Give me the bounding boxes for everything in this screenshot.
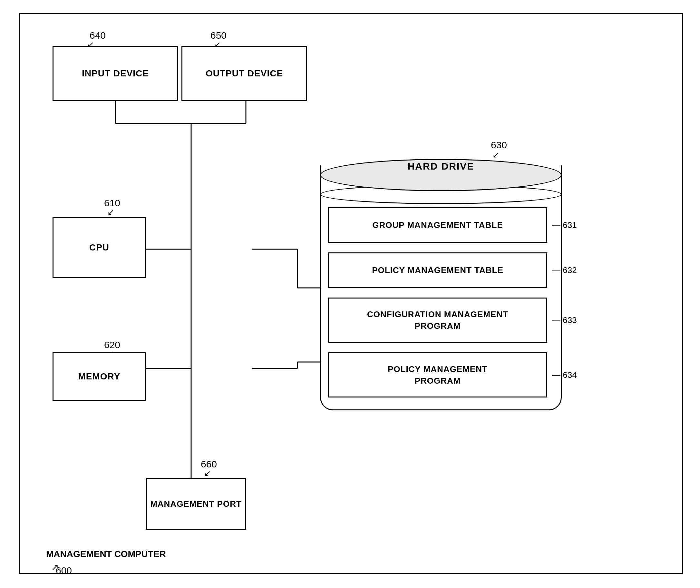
ref-631: — 631 <box>552 220 577 230</box>
diagram-container: 640 ↙ INPUT DEVICE 650 ↙ OUTPUT DEVICE 6… <box>19 13 683 574</box>
management-port-label: MANAGEMENT PORT <box>150 498 242 510</box>
config-management-program-box: CONFIGURATION MANAGEMENTPROGRAM <box>328 298 547 343</box>
output-device-label: OUTPUT DEVICE <box>206 68 283 79</box>
config-management-program-label: CONFIGURATION MANAGEMENTPROGRAM <box>367 309 508 332</box>
policy-management-table-label: POLICY MANAGEMENT TABLE <box>372 265 503 275</box>
ref-634: — 634 <box>552 370 577 380</box>
ref-610-arrow: ↙ <box>107 207 114 217</box>
ref-660-arrow: ↙ <box>204 468 211 478</box>
policy-management-table-box: POLICY MANAGEMENT TABLE <box>328 252 547 288</box>
ref-640: 640 <box>90 30 106 41</box>
ref-633: — 633 <box>552 315 577 325</box>
ref-650: 650 <box>210 30 227 41</box>
input-device-box: INPUT DEVICE <box>53 46 178 101</box>
input-device-label: INPUT DEVICE <box>82 68 149 79</box>
group-management-table-box: GROUP MANAGEMENT TABLE <box>328 207 547 243</box>
management-port-box: MANAGEMENT PORT <box>146 478 246 530</box>
cpu-box: CPU <box>53 217 146 278</box>
policy-management-program-box: POLICY MANAGEMENTPROGRAM <box>328 352 547 397</box>
output-device-box: OUTPUT DEVICE <box>181 46 307 101</box>
ref-610: 610 <box>104 198 120 209</box>
ref-632: — 632 <box>552 265 577 275</box>
ref-630: 630 <box>491 140 507 151</box>
cpu-label: CPU <box>89 242 109 253</box>
ref-660: 660 <box>201 459 217 470</box>
memory-label: MEMORY <box>78 371 121 382</box>
ref-630-arrow: ↙ <box>492 150 500 160</box>
hard-drive-label: HARD DRIVE <box>320 161 562 172</box>
policy-management-program-label: POLICY MANAGEMENTPROGRAM <box>388 363 488 387</box>
ref-600-arrow: ↗ <box>51 562 59 573</box>
ref-620: 620 <box>104 339 120 350</box>
management-computer-label: MANAGEMENT COMPUTER <box>46 549 166 559</box>
memory-box: MEMORY <box>53 352 146 401</box>
group-management-table-label: GROUP MANAGEMENT TABLE <box>372 220 503 230</box>
